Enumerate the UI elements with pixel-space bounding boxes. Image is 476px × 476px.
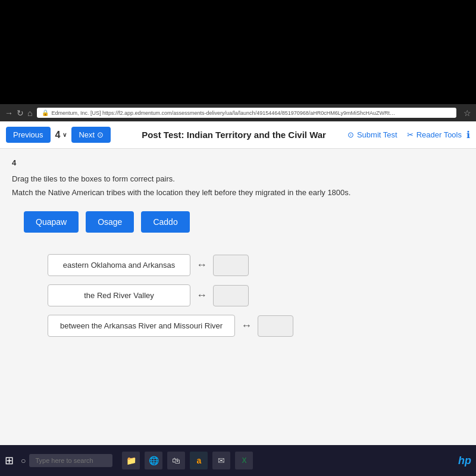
- arrow-icon-2: ↔: [196, 289, 207, 302]
- reader-icon: ✂: [407, 130, 414, 139]
- taskbar-excel[interactable]: X: [235, 452, 253, 469]
- taskbar-amazon[interactable]: a: [190, 452, 208, 469]
- search-icon: ○: [21, 456, 26, 465]
- back-icon[interactable]: →: [5, 108, 13, 118]
- address-bar[interactable]: 🔒 Edmentum, Inc. [US] https://f2.app.edm…: [37, 108, 456, 118]
- question-badge: 4: [12, 158, 464, 167]
- question-dropdown-icon[interactable]: ∨: [62, 131, 67, 138]
- next-button[interactable]: Next ⊙: [71, 127, 111, 143]
- arrow-icon-1: ↔: [196, 259, 207, 271]
- match-label-3: between the Arkansas River and Missouri …: [48, 315, 235, 337]
- home-icon[interactable]: ⌂: [27, 108, 32, 118]
- lock-icon: 🔒: [42, 109, 49, 116]
- arrow-icon-3: ↔: [241, 320, 252, 332]
- match-row-2: the Red River Valley ↔: [48, 284, 464, 306]
- taskbar: ⊞ ○ 📁 🌐 🛍 a ✉ X hp: [0, 445, 476, 476]
- reader-tools-button[interactable]: ✂ Reader Tools: [407, 130, 462, 139]
- hp-logo: hp: [458, 455, 471, 467]
- match-label-1: eastern Oklahoma and Arkansas: [48, 254, 190, 276]
- question-text: Match the Native American tribes with th…: [12, 188, 464, 197]
- match-label-2: the Red River Valley: [48, 284, 190, 306]
- drop-box-3[interactable]: [258, 315, 293, 337]
- match-row-1: eastern Oklahoma and Arkansas ↔: [48, 254, 464, 276]
- page-title: Post Test: Indian Territory and the Civi…: [120, 130, 347, 140]
- taskbar-browser[interactable]: 🌐: [145, 452, 162, 469]
- browser-nav-icons: → ↻ ⌂: [5, 108, 32, 118]
- info-button[interactable]: ℹ: [466, 129, 470, 140]
- browser-chrome: → ↻ ⌂ 🔒 Edmentum, Inc. [US] https://f2.a…: [0, 104, 476, 121]
- question-number-display: 4 ∨: [55, 130, 67, 140]
- windows-start-icon[interactable]: ⊞: [5, 454, 14, 467]
- tile-caddo[interactable]: Caddo: [141, 211, 189, 233]
- tile-osage[interactable]: Osage: [86, 211, 134, 233]
- instruction-text: Drag the tiles to the boxes to form corr…: [12, 174, 464, 183]
- taskbar-file-explorer[interactable]: 📁: [122, 452, 140, 469]
- submit-icon: ⊙: [347, 130, 354, 139]
- tile-quapaw[interactable]: Quapaw: [24, 211, 79, 233]
- bookmark-icon[interactable]: ☆: [464, 108, 471, 118]
- drop-box-2[interactable]: [213, 285, 249, 306]
- matching-area: eastern Oklahoma and Arkansas ↔ the Red …: [48, 254, 464, 337]
- match-row-3: between the Arkansas River and Missouri …: [48, 315, 464, 337]
- previous-button[interactable]: Previous: [6, 127, 51, 143]
- submit-test-button[interactable]: ⊙ Submit Test: [347, 130, 397, 139]
- address-text: Edmentum, Inc. [US] https://f2.app.edmen…: [51, 110, 396, 116]
- refresh-icon[interactable]: ↻: [17, 108, 24, 118]
- question-number: 4: [55, 130, 61, 140]
- taskbar-right: hp: [458, 455, 471, 467]
- app-toolbar: Previous 4 ∨ Next ⊙ Post Test: Indian Te…: [0, 121, 476, 149]
- top-black-area: [0, 0, 476, 104]
- taskbar-icons: 📁 🌐 🛍 a ✉ X: [122, 452, 253, 469]
- drop-box-1[interactable]: [213, 255, 249, 276]
- taskbar-mail[interactable]: ✉: [212, 452, 230, 469]
- taskbar-store[interactable]: 🛍: [167, 452, 185, 469]
- taskbar-search-input[interactable]: [29, 454, 112, 467]
- next-arrow-icon: ⊙: [97, 130, 104, 139]
- tiles-area: Quapaw Osage Caddo: [24, 211, 464, 233]
- main-content: 4 Drag the tiles to the boxes to form co…: [0, 149, 476, 458]
